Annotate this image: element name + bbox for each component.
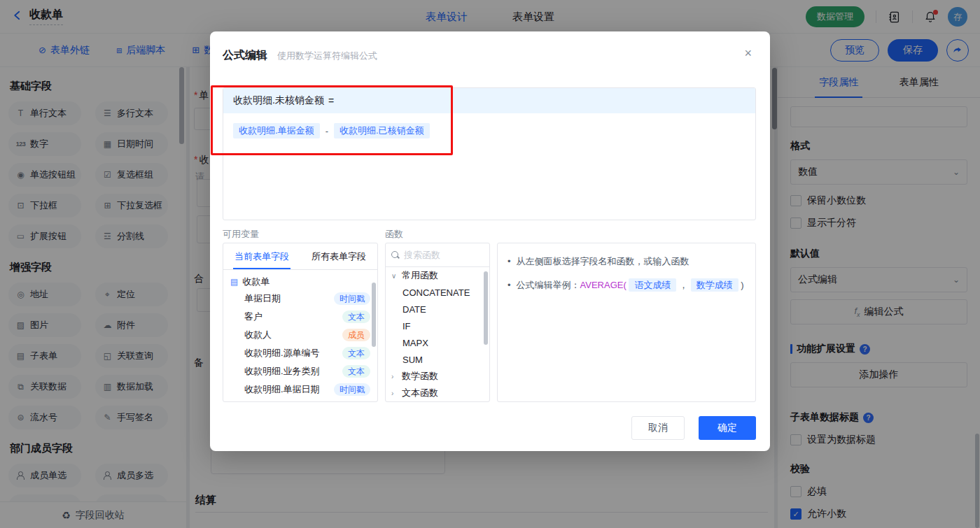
formula-editor-modal: 公式编辑 使用数学运算符编辑公式 × 收款明细.未核销金额 = 收款明细.单据金… — [210, 31, 770, 451]
function-group-label: 文本函数 — [402, 387, 438, 399]
tab-all-form-fields[interactable]: 所有表单字段 — [300, 243, 377, 269]
variable-row[interactable]: 客户文本 — [223, 308, 377, 326]
variable-name: 收款明细.业务类别 — [244, 365, 320, 378]
variable-row[interactable]: 成员 — [223, 399, 377, 402]
formula-expression[interactable]: 收款明细.单据金额 - 收款明细.已核销金额 — [223, 113, 755, 148]
functions-label: 函数 — [385, 228, 403, 241]
variable-type-badge: 时间戳 — [334, 292, 370, 305]
functions-scrollbar[interactable] — [484, 271, 488, 345]
variables-scrollbar[interactable] — [372, 283, 376, 347]
formula-field-chip[interactable]: 收款明细.单据金额 — [233, 123, 320, 138]
variable-type-badge: 时间戳 — [334, 383, 370, 396]
variable-row[interactable]: 收款明细.单据日期时间戳 — [223, 380, 377, 399]
function-item-CONCATENATE[interactable]: CONCATENATE — [386, 284, 489, 301]
formula-help-panel: • 从左侧面板选择字段名和函数，或输入函数 • 公式编辑举例：AVERAGE( … — [497, 243, 756, 402]
function-search-input[interactable] — [404, 250, 474, 260]
cancel-button[interactable]: 取消 — [631, 416, 685, 440]
modal-title: 公式编辑 — [223, 48, 267, 63]
confirm-button[interactable]: 确定 — [699, 416, 756, 440]
variable-row[interactable]: 收款明细.业务类别文本 — [223, 362, 377, 380]
variable-name: 收款明细.单据日期 — [244, 383, 320, 396]
variable-name: 收款人 — [244, 329, 272, 341]
caret-right-icon: › — [391, 373, 398, 380]
function-item-SUM[interactable]: SUM — [386, 351, 489, 368]
example-field-chip: 语文成绩 — [629, 278, 676, 292]
caret-right-icon: › — [391, 390, 398, 397]
modal-subtitle: 使用数学运算符编辑公式 — [277, 50, 377, 62]
variable-name: 客户 — [244, 311, 262, 323]
variable-type-badge: 成员 — [342, 329, 370, 341]
variable-row[interactable]: 收款人成员 — [223, 326, 377, 344]
bullet: • — [507, 278, 511, 292]
variables-panel: 当前表单字段所有表单字段 ▤ 收款单 单据日期时间戳客户文本收款人成员收款明细.… — [223, 243, 378, 402]
search-icon — [391, 251, 400, 259]
close-icon[interactable]: × — [744, 47, 752, 59]
formula-operator: - — [326, 126, 328, 136]
functions-panel: ∨常用函数CONCATENATEDATEIFMAPXSUM›数学函数›文本函数 — [385, 243, 490, 402]
variable-type-badge: 成员 — [342, 401, 370, 402]
tab-current-form-fields[interactable]: 当前表单字段 — [223, 243, 300, 269]
document-icon: ▤ — [230, 277, 238, 287]
variable-row[interactable]: 单据日期时间戳 — [223, 290, 377, 308]
variable-name: 收款明细.源单编号 — [244, 347, 320, 359]
formula-editor-area[interactable]: 收款明细.未核销金额 = 收款明细.单据金额 - 收款明细.已核销金额 — [223, 87, 756, 220]
help-tip: 从左侧面板选择字段名和函数，或输入函数 — [517, 255, 690, 269]
function-group-label: 数学函数 — [402, 370, 438, 383]
help-example: 公式编辑举例：AVERAGE( 语文成绩 ， 数学成绩 ) — [517, 278, 744, 292]
function-item-IF[interactable]: IF — [386, 317, 489, 334]
function-item-MAPX[interactable]: MAPX — [386, 334, 489, 351]
variable-row[interactable]: 收款明细.源单编号文本 — [223, 344, 377, 362]
form-designer-app: 收款单 表单设计表单设置 数据管理 存 ⊘表单外链⧈后端脚本⊞数据权限 预览 保… — [0, 0, 980, 528]
formula-target-line: 收款明细.未核销金额 = — [223, 88, 755, 113]
formula-field-chip[interactable]: 收款明细.已核销金额 — [334, 123, 430, 138]
function-group-collapsed[interactable]: ›文本函数 — [386, 385, 489, 401]
variable-type-badge: 文本 — [342, 311, 370, 323]
function-group-collapsed[interactable]: ›数学函数 — [386, 368, 489, 385]
variable-type-badge: 文本 — [342, 347, 370, 359]
variable-name: 单据日期 — [244, 292, 281, 305]
caret-down-icon: ∨ — [391, 272, 398, 280]
function-group-expanded[interactable]: ∨常用函数 — [386, 267, 489, 284]
variable-tree-root[interactable]: ▤ 收款单 — [223, 270, 377, 290]
variables-label: 可用变量 — [223, 228, 259, 241]
function-item-DATE[interactable]: DATE — [386, 301, 489, 317]
variable-type-badge: 文本 — [342, 365, 370, 378]
example-field-chip: 数学成绩 — [691, 278, 738, 292]
function-group-label: 常用函数 — [402, 269, 438, 282]
bullet: • — [507, 255, 511, 269]
